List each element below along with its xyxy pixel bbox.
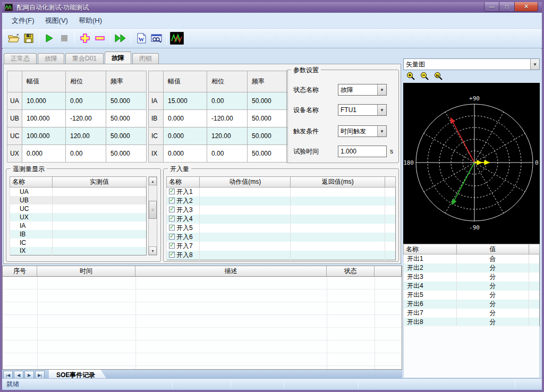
uc-freq-cell[interactable]: 50.000: [106, 127, 147, 145]
table-row[interactable]: 开出6分: [404, 300, 540, 309]
checkbox[interactable]: [169, 243, 175, 249]
table-row[interactable]: IB: [10, 230, 147, 238]
fast-run-button[interactable]: [113, 31, 128, 46]
ub-phase-cell[interactable]: -120.00: [66, 110, 106, 127]
close-button[interactable]: ✕: [514, 2, 538, 12]
minimize-button[interactable]: —: [484, 2, 499, 12]
table-row[interactable]: 开出4分: [404, 282, 540, 291]
output-value: 分: [456, 263, 529, 272]
device-name-select[interactable]: FTU1 ▼: [338, 104, 387, 116]
table-row[interactable]: UA: [10, 188, 147, 196]
ia-phase-cell[interactable]: 0.00: [207, 92, 248, 110]
checkbox[interactable]: [169, 252, 175, 258]
ix-phase-cell[interactable]: 0.00: [207, 145, 248, 163]
word-report-button[interactable]: W: [134, 31, 149, 46]
toolbar-separator: [166, 32, 167, 45]
checkbox[interactable]: [169, 216, 175, 221]
test-time-row: 试验时间 s: [293, 146, 393, 157]
checkbox[interactable]: [169, 198, 175, 203]
outputs-table: 名称 值 开出1合 开出2分 开出3分 开出4分 开出5分 开出6分 开出7分 …: [403, 244, 540, 327]
run-button[interactable]: [42, 31, 57, 46]
ua-amp-cell[interactable]: 10.000: [22, 92, 66, 110]
trigger-condition-select[interactable]: 时间触发 ▼: [338, 125, 387, 137]
checkbox[interactable]: [169, 225, 175, 231]
current-header-row: 幅值 相位 频率: [149, 71, 288, 92]
table-row: UB 100.000 -120.00 50.000: [7, 110, 147, 127]
waveform-icon: [170, 32, 184, 45]
view-selector[interactable]: 矢量图 ▼: [403, 58, 540, 70]
remove-button[interactable]: [92, 31, 107, 46]
tab-reclose-d01[interactable]: 重合D01: [65, 53, 104, 64]
maximize-button[interactable]: □: [499, 2, 514, 12]
ia-freq-cell[interactable]: 50.000: [248, 92, 288, 110]
menu-view[interactable]: 视图(V): [40, 14, 73, 28]
checkbox[interactable]: [169, 207, 175, 212]
ix-amp-cell[interactable]: 0.000: [164, 145, 207, 163]
table-row[interactable]: IX: [10, 247, 147, 255]
ub-amp-cell[interactable]: 100.000: [22, 110, 66, 127]
ib-freq-cell[interactable]: 50.000: [248, 110, 288, 127]
preview-button[interactable]: [149, 31, 164, 46]
chevron-down-icon[interactable]: ▼: [377, 126, 386, 137]
tab-normal-state[interactable]: 正常态: [4, 53, 37, 64]
menu-file[interactable]: 文件(F): [6, 14, 40, 28]
telemetry-scrollbar[interactable]: ▲ ≡ ▼: [148, 176, 157, 255]
ib-amp-cell[interactable]: 0.000: [164, 110, 207, 127]
chevron-down-icon[interactable]: ▼: [377, 105, 386, 115]
uc-phase-cell[interactable]: 120.00: [66, 127, 106, 145]
table-row[interactable]: 开出3分: [404, 272, 540, 282]
scroll-down-icon[interactable]: ▼: [149, 246, 157, 255]
save-button[interactable]: [21, 31, 36, 46]
table-row[interactable]: UB: [10, 196, 147, 204]
table-row[interactable]: IC: [10, 238, 147, 247]
zoom-out-icon[interactable]: [420, 72, 429, 81]
table-row[interactable]: 开出5分: [404, 291, 540, 300]
add-button[interactable]: [78, 31, 92, 46]
tab-fault-1[interactable]: 故障: [38, 53, 64, 64]
tab-fault-active[interactable]: 故障: [105, 52, 131, 64]
scrollbar-thumb[interactable]: ≡: [149, 201, 157, 219]
menu-help[interactable]: 帮助(H): [73, 14, 107, 28]
ic-freq-cell[interactable]: 50.000: [248, 127, 288, 145]
state-name-select[interactable]: 故障 ▼: [338, 84, 387, 96]
table-row[interactable]: 开出7分: [404, 309, 540, 318]
test-time-input[interactable]: [338, 146, 387, 157]
output-value: 合: [456, 254, 529, 264]
ux-phase-cell[interactable]: 0.00: [66, 145, 106, 163]
table-row[interactable]: IA: [10, 221, 147, 230]
tab-lockout[interactable]: 闭锁: [132, 53, 159, 64]
open-file-button[interactable]: [6, 31, 21, 46]
waveform-button[interactable]: [169, 31, 184, 46]
zoom-in-icon[interactable]: [406, 72, 415, 81]
ic-amp-cell[interactable]: 0.000: [164, 127, 207, 145]
ua-phase-cell[interactable]: 0.00: [66, 92, 106, 110]
ux-amp-cell[interactable]: 0.000: [22, 145, 66, 163]
ib-phase-cell[interactable]: -120.00: [207, 110, 248, 127]
table-row[interactable]: 开出8分: [404, 318, 540, 327]
stop-button[interactable]: [57, 31, 72, 46]
checkbox[interactable]: [169, 234, 175, 240]
ux-freq-cell[interactable]: 50.000: [106, 145, 147, 163]
scroll-up-icon[interactable]: ▲: [149, 177, 157, 185]
table-row[interactable]: 开出2分: [404, 263, 540, 272]
vector-plot-canvas[interactable]: +90 180 0 -90: [403, 83, 540, 244]
voltage-header-row: 幅值 相位 频率: [7, 71, 147, 92]
ic-phase-cell[interactable]: 120.00: [207, 127, 248, 145]
ua-freq-cell[interactable]: 50.000: [106, 92, 147, 110]
checkbox[interactable]: [169, 189, 175, 194]
ix-freq-cell[interactable]: 50.000: [248, 145, 288, 163]
table-row[interactable]: UC: [10, 204, 147, 213]
uc-amp-cell[interactable]: 100.000: [22, 127, 66, 145]
table-row[interactable]: 开出1合: [404, 254, 540, 264]
output-value: 分: [456, 282, 529, 291]
ia-amp-cell[interactable]: 15.000: [164, 92, 207, 110]
event-table-body[interactable]: [3, 277, 402, 369]
param-settings-group: 参数设置 状态名称 故障 ▼ 设备名称 FTU1 ▼ 触发条件: [286, 70, 399, 163]
plot-label-bottom: -90: [469, 224, 480, 231]
chevron-down-icon[interactable]: ▼: [530, 59, 539, 70]
table-row[interactable]: UX: [10, 213, 147, 221]
chevron-down-icon[interactable]: ▼: [377, 84, 386, 95]
plus-icon: [80, 33, 90, 44]
zoom-normal-icon[interactable]: N: [434, 72, 443, 81]
ub-freq-cell[interactable]: 50.000: [106, 110, 147, 127]
